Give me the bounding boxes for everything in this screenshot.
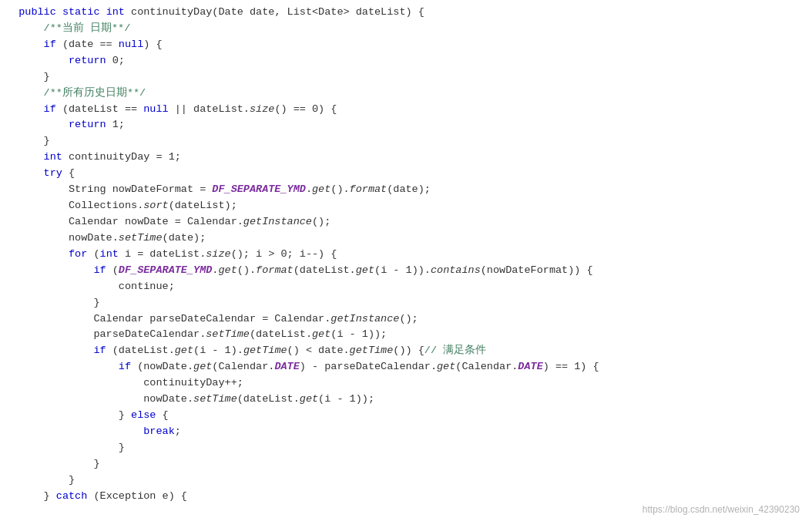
code-token: if <box>93 343 106 359</box>
code-token: Calendar nowDate = Calendar. <box>6 214 243 230</box>
code-token: } <box>6 69 50 86</box>
code-token: continuityDay = 1; <box>62 150 181 166</box>
code-token: if <box>119 359 131 375</box>
code-token: (); <box>399 311 418 328</box>
code-token: size <box>250 102 274 118</box>
code-token: DATE <box>518 359 542 375</box>
code-token: (Calendar. <box>455 359 518 375</box>
code-token: } <box>6 473 75 489</box>
code-token: get <box>356 263 374 279</box>
code-line: if (dateList.get(i - 1).getTime() < date… <box>0 343 812 359</box>
code-token <box>6 359 119 375</box>
code-token <box>6 37 44 53</box>
code-token: if <box>44 102 56 118</box>
code-token: (i - 1)); <box>318 392 374 408</box>
code-token: i = dateList. <box>119 247 206 263</box>
code-line: } <box>0 440 812 456</box>
code-token: continuityDay++; <box>6 375 243 392</box>
code-line: /**所有历史日期**/ <box>0 86 812 102</box>
code-token: ; <box>175 424 181 440</box>
code-token: () == 0) { <box>274 102 337 118</box>
code-line: } <box>0 473 812 489</box>
code-token: setTime <box>206 327 250 343</box>
code-token <box>6 86 44 102</box>
code-token: } <box>6 408 131 424</box>
code-token: (date == <box>56 37 119 53</box>
code-token: (dateList == <box>56 102 143 118</box>
code-token: (dateList. <box>106 343 175 359</box>
code-token: int <box>106 5 125 21</box>
code-token: (nowDate. <box>131 359 193 375</box>
code-token: (Calendar. <box>212 359 274 375</box>
code-token: /**所有历史日期**/ <box>44 86 146 102</box>
code-token: || dateList. <box>169 102 250 118</box>
code-token: . <box>212 263 218 279</box>
code-token: int <box>44 150 62 166</box>
code-token: nowDate. <box>6 392 193 408</box>
code-line: } else { <box>0 408 812 424</box>
code-line: if (DF_SEPARATE_YMD.get().format(dateLis… <box>0 263 812 279</box>
code-token: if <box>93 263 106 279</box>
code-token: parseDateCalendar. <box>6 327 206 343</box>
code-token: ()) { <box>393 343 424 359</box>
code-token: get <box>193 359 212 375</box>
code-token: get <box>437 359 455 375</box>
code-line: nowDate.setTime(dateList.get(i - 1)); <box>0 392 812 408</box>
code-token: try <box>44 166 62 182</box>
code-line: Calendar nowDate = Calendar.getInstance(… <box>0 214 812 230</box>
code-token: getTime <box>243 343 287 359</box>
code-token <box>6 166 44 182</box>
code-token: DATE <box>274 359 299 375</box>
code-token <box>6 21 44 37</box>
code-token <box>6 343 93 359</box>
code-token: (date); <box>387 182 431 198</box>
code-line: Collections.sort(dateList); <box>0 198 812 214</box>
code-token: ) { <box>143 37 162 53</box>
code-token: { <box>156 408 168 424</box>
code-token: null <box>119 37 143 53</box>
code-line: if (dateList == null || dateList.size() … <box>0 102 812 118</box>
code-token: format <box>350 182 388 198</box>
watermark: https://blog.csdn.net/weixin_42390230 <box>643 503 800 517</box>
code-token: Calendar parseDateCalendar = Calendar. <box>6 311 331 328</box>
code-token: get <box>175 343 193 359</box>
code-token: else <box>131 408 156 424</box>
code-token: getInstance <box>243 214 312 230</box>
code-token: // 满足条件 <box>424 343 486 359</box>
code-token: 0; <box>106 53 125 69</box>
code-token: (dateList. <box>294 263 356 279</box>
code-line: String nowDateFormat = DF_SEPARATE_YMD.g… <box>0 182 812 198</box>
code-token <box>6 424 143 440</box>
code-line: if (date == null) { <box>0 37 812 53</box>
code-line: break; <box>0 424 812 440</box>
code-line: } <box>0 456 812 473</box>
code-token: if <box>44 37 56 53</box>
code-token: (dateList); <box>169 198 237 214</box>
code-token: (i - 1). <box>193 343 243 359</box>
code-token: (dateList. <box>250 327 312 343</box>
code-line: continuityDay++; <box>0 375 812 392</box>
code-token <box>6 102 44 118</box>
code-token <box>6 5 18 21</box>
code-token: (i - 1)). <box>374 263 431 279</box>
code-token: format <box>256 263 294 279</box>
code-token: String nowDateFormat = <box>6 182 212 198</box>
code-token: (dateList. <box>237 392 300 408</box>
code-line: } <box>0 133 812 150</box>
code-token: /**当前 日期**/ <box>44 21 131 37</box>
code-line: return 1; <box>0 117 812 133</box>
code-line: public static int continuityDay(Date dat… <box>0 5 812 21</box>
code-token <box>56 5 62 21</box>
code-token <box>6 263 93 279</box>
code-token: (Exception e) { <box>87 489 187 505</box>
code-token: . <box>306 182 312 198</box>
code-block: public static int continuityDay(Date dat… <box>0 5 812 505</box>
code-token <box>6 117 69 133</box>
code-token: () < date. <box>287 343 350 359</box>
code-token: nowDate. <box>6 230 119 247</box>
code-token: (); <box>312 214 331 230</box>
code-token: ( <box>87 247 99 263</box>
code-line: Calendar parseDateCalendar = Calendar.ge… <box>0 311 812 328</box>
code-token: get <box>218 263 237 279</box>
code-token: return <box>69 117 106 133</box>
